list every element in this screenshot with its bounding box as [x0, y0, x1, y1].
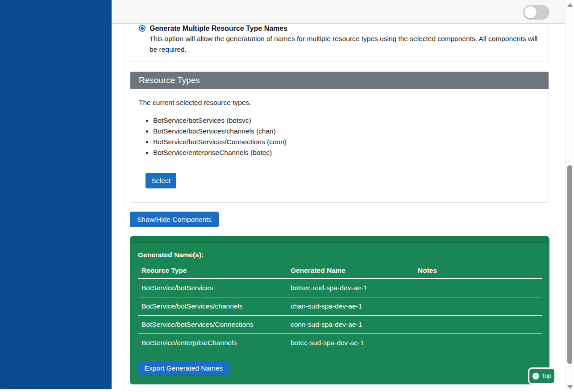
radio-checked-icon[interactable] [139, 25, 146, 32]
table-header-row: Reource Type Generated Name Notes [138, 263, 542, 279]
scroll-down-arrow-icon[interactable] [567, 385, 573, 389]
radio-option-row: Generate Multiple Resource Type Names [139, 24, 287, 33]
app-window: Generate Multiple Resource Type Names Th… [0, 0, 574, 392]
generated-name-cell: botec-sud-spa-dev-ae-1 [287, 339, 414, 347]
table-row: BotService/botServices/Connections conn-… [138, 316, 542, 334]
sidebar [0, 0, 112, 389]
resource-type-cell: BotService/enterpriseChannels [138, 339, 287, 347]
export-generated-names-button[interactable]: Export Generated Names [138, 361, 229, 375]
radio-option-description: This option will allow the generatation … [150, 33, 542, 55]
top-bar [112, 0, 565, 24]
resource-types-card: Resource Types The current selected reso… [130, 71, 549, 203]
table-row: BotService/botServices/channels chan-sud… [138, 297, 542, 316]
theme-toggle[interactable] [523, 5, 549, 20]
generated-names-panel: Generated Name(s): Reource Type Generate… [130, 236, 549, 384]
toggle-knob-icon [524, 6, 537, 18]
resource-types-list: BotService/botServices (botsvc) BotServi… [153, 115, 287, 158]
column-header: Notes [414, 267, 542, 275]
list-item: BotService/botServices (botsvc) [153, 115, 287, 126]
scroll-up-arrow-icon[interactable] [567, 3, 573, 7]
generated-name-cell: chan-sud-spa-dev-ae-1 [287, 302, 414, 310]
table-row: BotService/botServices botsvc-sud-spa-de… [138, 279, 542, 297]
show-hide-components-button[interactable]: Show/Hide Components [130, 212, 219, 227]
resource-types-description: The current selected resource types. [139, 99, 251, 107]
column-header: Generated Name [287, 267, 414, 275]
radio-option-label[interactable]: Generate Multiple Resource Type Names [150, 24, 287, 33]
resource-types-header: Resource Types [130, 72, 549, 89]
panel-header-strip [130, 236, 549, 243]
table-row: BotService/enterpriseChannels botec-sud-… [138, 334, 542, 352]
generated-names-table: Reource Type Generated Name Notes BotSer… [138, 263, 542, 352]
resource-type-cell: BotService/botServices/channels [138, 302, 287, 310]
list-item: BotService/botServices/channels (chan) [153, 126, 287, 137]
top-button-label: Top [541, 372, 552, 379]
column-header: Reource Type [138, 267, 287, 275]
list-item: BotService/enterpriseChannels (botec) [153, 147, 287, 158]
list-item: BotService/botServices/Connections (conn… [153, 137, 287, 147]
generated-name-cell: botsvc-sud-spa-dev-ae-1 [287, 284, 414, 292]
scroll-to-top-button[interactable]: ↑ Top [529, 369, 554, 383]
generated-names-title: Generated Name(s): [138, 251, 204, 259]
arrow-up-circle-icon: ↑ [532, 373, 539, 379]
scrollbar-track[interactable] [565, 0, 574, 392]
scrollbar-thumb[interactable] [567, 165, 572, 364]
generated-name-cell: conn-sud-spa-dev-ae-1 [287, 321, 414, 329]
resource-type-cell: BotService/botServices/Connections [138, 321, 287, 329]
resource-type-cell: BotService/botServices [138, 284, 287, 292]
select-button[interactable]: Select [146, 173, 176, 188]
